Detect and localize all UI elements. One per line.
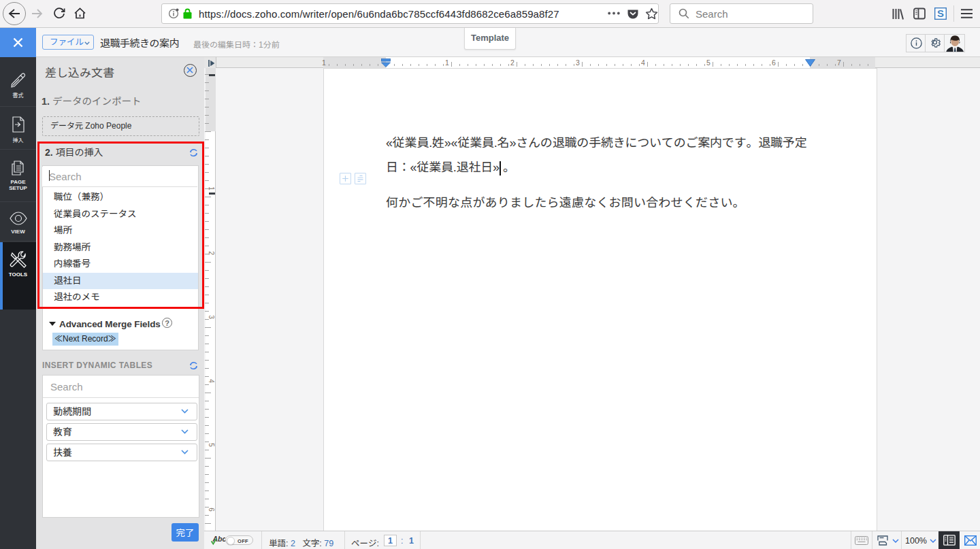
svg-text:S: S: [937, 7, 944, 19]
